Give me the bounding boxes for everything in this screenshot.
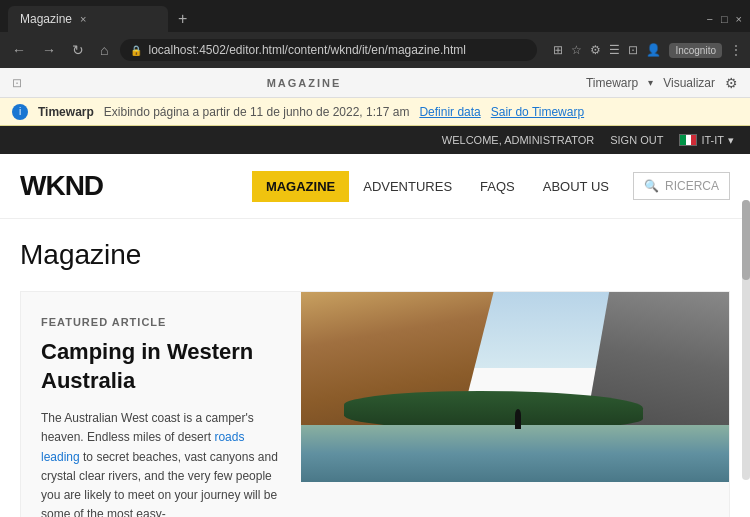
tab-title: Magazine	[20, 12, 72, 26]
back-button[interactable]: ←	[8, 40, 30, 60]
site-logo[interactable]: WKND	[20, 170, 103, 202]
featured-card[interactable]: Featured Article Camping in Western Aust…	[20, 291, 730, 517]
timewarp-toolbar-label[interactable]: Timewarp	[586, 76, 638, 90]
card-title: Camping in Western Australia	[41, 338, 281, 395]
nav-faqs[interactable]: FAQS	[466, 171, 529, 202]
timewarp-info-icon: i	[12, 104, 28, 120]
tab-bar: Magazine × + − □ ×	[0, 0, 750, 32]
lock-icon: 🔒	[130, 45, 142, 56]
site-nav: MAGAZINE ADVENTURES FAQS ABOUT US 🔍 RICE…	[252, 171, 730, 202]
language-selector[interactable]: IT-IT ▾	[679, 134, 734, 147]
toolbar-left-icon: ⊡	[12, 76, 22, 90]
address-bar[interactable]: 🔒 localhost:4502/editor.html/content/wkn…	[120, 39, 537, 61]
define-date-link[interactable]: Definir data	[419, 105, 480, 119]
timewarp-bar: i Timewarp Exibindo página a partir de 1…	[0, 98, 750, 126]
maximize-icon[interactable]: □	[721, 13, 728, 25]
water-layer	[301, 425, 729, 482]
admin-bar: WELCOME, ADMINISTRATOR SIGN OUT IT-IT ▾	[0, 126, 750, 154]
ext2-icon[interactable]: ☰	[609, 43, 620, 58]
nav-adventures[interactable]: ADVENTURES	[349, 171, 466, 202]
vegetation-layer	[344, 391, 644, 429]
search-placeholder: RICERCA	[665, 179, 719, 193]
visualize-button[interactable]: Visualizar	[663, 76, 715, 90]
flag-red	[691, 135, 696, 145]
bookmark-icon[interactable]: ☆	[571, 43, 582, 58]
grid-ext-icon[interactable]: ⊞	[553, 43, 563, 58]
person-silhouette	[515, 409, 521, 429]
nav-about-us[interactable]: ABOUT US	[529, 171, 623, 202]
cms-toolbar: ⊡ MAGAZINE Timewarp ▾ Visualizar ⚙	[0, 68, 750, 98]
search-box[interactable]: 🔍 RICERCA	[633, 172, 730, 200]
sign-out-button[interactable]: SIGN OUT	[610, 134, 663, 146]
tab-close-icon[interactable]: ×	[80, 13, 86, 25]
search-icon: 🔍	[644, 179, 659, 193]
page-title: Magazine	[20, 239, 730, 271]
vertical-scrollbar[interactable]	[742, 200, 750, 480]
close-icon[interactable]: ×	[736, 13, 742, 25]
card-text: Featured Article Camping in Western Aust…	[21, 292, 301, 517]
site-header: WKND MAGAZINE ADVENTURES FAQS ABOUT US 🔍…	[0, 154, 750, 219]
new-tab-button[interactable]: +	[172, 8, 193, 30]
card-image	[301, 292, 729, 482]
timewarp-description: Exibindo página a partir de 11 de junho …	[104, 105, 410, 119]
nav-magazine[interactable]: MAGAZINE	[252, 171, 349, 202]
timewarp-brand: Timewarp	[38, 105, 94, 119]
welcome-text: WELCOME, ADMINISTRATOR	[442, 134, 594, 146]
page-content: Magazine Featured Article Camping in Wes…	[0, 219, 750, 517]
forward-button[interactable]: →	[38, 40, 60, 60]
landscape-photo	[301, 292, 729, 482]
minimize-icon[interactable]: −	[706, 13, 712, 25]
settings-icon[interactable]: ⚙	[725, 75, 738, 91]
ext1-icon[interactable]: ⚙	[590, 43, 601, 58]
flag-icon	[679, 134, 697, 146]
scrollbar-thumb[interactable]	[742, 200, 750, 280]
cms-toolbar-title: MAGAZINE	[267, 77, 342, 89]
home-button[interactable]: ⌂	[96, 40, 112, 60]
nav-extensions: ⊞ ☆ ⚙ ☰ ⊡ 👤 Incognito ⋮	[553, 43, 742, 58]
reload-button[interactable]: ↻	[68, 40, 88, 60]
url-text: localhost:4502/editor.html/content/wknd/…	[148, 43, 466, 57]
active-tab[interactable]: Magazine ×	[8, 6, 168, 32]
navigation-bar: ← → ↻ ⌂ 🔒 localhost:4502/editor.html/con…	[0, 32, 750, 68]
timewarp-dropdown-icon[interactable]: ▾	[648, 77, 653, 88]
card-excerpt: The Australian West coast is a camper's …	[41, 409, 281, 517]
exit-timewarp-link[interactable]: Sair do Timewarp	[491, 105, 584, 119]
card-label: Featured Article	[41, 316, 281, 328]
menu-dots-icon[interactable]: ⋮	[730, 43, 742, 58]
window-controls: − □ ×	[706, 13, 742, 25]
site-wrapper: WELCOME, ADMINISTRATOR SIGN OUT IT-IT ▾ …	[0, 126, 750, 517]
avatar-icon[interactable]: 👤	[646, 43, 661, 58]
incognito-badge: Incognito	[669, 43, 722, 58]
ext3-icon[interactable]: ⊡	[628, 43, 638, 58]
language-label: IT-IT	[701, 134, 724, 146]
language-dropdown-icon: ▾	[728, 134, 734, 147]
highlight-roads: roads leading	[41, 430, 244, 463]
